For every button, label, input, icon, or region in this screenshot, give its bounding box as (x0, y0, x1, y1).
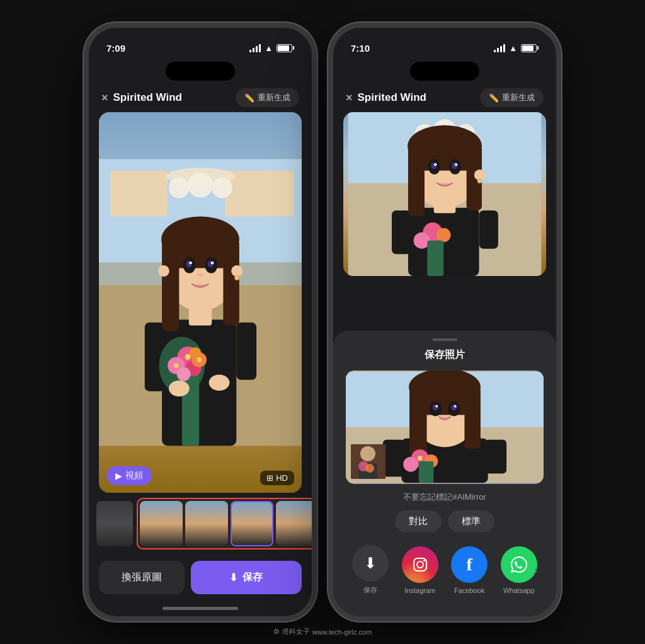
svg-point-93 (360, 446, 375, 461)
thumb-3-selected[interactable] (231, 501, 273, 546)
sheet-tag-text: 不要忘記標記#AIMirror (346, 492, 544, 503)
svg-rect-73 (383, 440, 404, 477)
hd-badge[interactable]: ⊞ HD (260, 471, 294, 485)
compare-btn-standard[interactable]: 標準 (448, 510, 494, 532)
page-title-left: Spirited Wind (113, 91, 182, 104)
edit-icon-left: ✏️ (244, 93, 254, 103)
thumb-4[interactable] (276, 501, 317, 546)
hd-icon: ⊞ (266, 473, 273, 483)
close-button-left[interactable]: × (101, 91, 108, 105)
svg-point-24 (197, 273, 203, 277)
whatsapp-icon (501, 546, 537, 583)
thumb-1[interactable] (140, 501, 183, 546)
svg-point-86 (454, 405, 457, 408)
status-bar-left: 7:09 ▲ (89, 28, 312, 59)
svg-point-36 (185, 354, 190, 360)
svg-point-91 (418, 456, 423, 461)
close-button-right[interactable]: × (346, 91, 353, 105)
phone-right: 7:10 ▲ × Spirited Wind ✏️ 重新生 (328, 23, 561, 621)
nav-bar-right: × Spirited Wind ✏️ 重新生成 (333, 81, 556, 112)
watermark: ⚙ 塔科女子 www.tech-girlz.com (273, 627, 372, 636)
share-whatsapp[interactable]: Whatsapp (501, 546, 537, 594)
main-image-left: ▶ 視頻 ⊞ HD (99, 112, 302, 493)
svg-point-8 (212, 178, 232, 198)
anime-artwork-right (343, 112, 546, 276)
swap-button[interactable]: 換張原圖 (99, 561, 185, 594)
svg-point-99 (423, 560, 425, 561)
share-instagram[interactable]: Instagram (402, 546, 438, 594)
thumb-2[interactable] (185, 501, 228, 546)
page-title-right: Spirited Wind (358, 91, 426, 104)
dynamic-island-left (166, 62, 235, 81)
facebook-icon: f (451, 546, 488, 583)
svg-point-96 (365, 464, 374, 473)
svg-rect-66 (427, 241, 443, 276)
more-arrow[interactable]: › (534, 563, 537, 577)
nav-title-left: × Spirited Wind (101, 91, 182, 105)
svg-point-25 (158, 265, 169, 277)
svg-point-33 (177, 367, 191, 381)
home-indicator-left (163, 607, 238, 610)
svg-point-22 (189, 262, 192, 265)
scene: 7:09 ▲ × Spirited Wind ✏️ 重新生 (0, 0, 645, 644)
instagram-icon (402, 546, 438, 583)
svg-point-40 (209, 375, 230, 391)
signal-icon (249, 44, 261, 52)
svg-point-38 (197, 357, 202, 362)
svg-rect-80 (419, 381, 473, 415)
svg-point-35 (190, 347, 201, 359)
svg-point-65 (437, 228, 451, 243)
sheet-handle[interactable] (432, 338, 457, 341)
download-icon-large: ⬇ (352, 545, 389, 582)
signal-icon-right (494, 44, 505, 52)
svg-point-60 (455, 163, 457, 166)
wifi-icon: ▲ (265, 43, 273, 53)
main-image-right (343, 112, 546, 276)
time-right: 7:10 (351, 43, 370, 54)
battery-icon (277, 44, 294, 52)
time-left: 7:09 (106, 43, 125, 54)
regen-button-left[interactable]: ✏️ 重新生成 (236, 88, 299, 107)
status-bar-right: 7:10 ▲ (333, 28, 556, 59)
save-button-left[interactable]: ⬇ 保存 (191, 561, 302, 594)
svg-point-6 (169, 178, 190, 198)
download-label: 保存 (363, 585, 377, 595)
facebook-label: Facebook (454, 587, 484, 594)
nav-title-right: × Spirited Wind (346, 91, 426, 105)
svg-rect-74 (485, 440, 506, 474)
svg-point-98 (417, 561, 423, 568)
share-facebook[interactable]: f Facebook (451, 546, 488, 594)
sheet-preview-image (346, 371, 544, 484)
watermark-gear-icon: ⚙ (273, 628, 280, 636)
phone-left: 7:09 ▲ × Spirited Wind ✏️ 重新生 (84, 23, 317, 621)
svg-point-85 (435, 405, 438, 408)
original-thumb[interactable] (96, 501, 133, 546)
anime-artwork-left: ▶ 視頻 ⊞ HD (99, 112, 302, 493)
sheet-title: 保存照片 (346, 348, 544, 362)
svg-point-26 (231, 265, 243, 277)
share-sheet: 保存照片 (333, 331, 556, 616)
svg-rect-48 (479, 210, 498, 249)
video-badge[interactable]: ▶ 視頻 (106, 466, 152, 485)
share-download[interactable]: ⬇ 保存 (352, 545, 389, 595)
status-icons-right: ▲ (494, 43, 539, 53)
thumb-group (137, 498, 317, 549)
svg-point-27 (235, 275, 239, 280)
wifi-icon-right: ▲ (509, 43, 517, 53)
instagram-label: Instagram (404, 587, 435, 594)
sheet-preview-original (351, 444, 385, 479)
bottom-buttons: 換張原圖 ⬇ 保存 (89, 555, 312, 607)
thumbnail-strip (89, 493, 312, 555)
regen-button-right[interactable]: ✏️ 重新生成 (480, 88, 544, 107)
svg-rect-11 (236, 323, 256, 380)
svg-rect-90 (419, 461, 434, 483)
svg-rect-3 (110, 171, 168, 217)
svg-point-39 (169, 381, 190, 396)
edit-icon-right: ✏️ (489, 93, 499, 103)
svg-point-62 (477, 179, 482, 183)
svg-point-37 (174, 363, 178, 367)
svg-rect-17 (173, 228, 231, 268)
svg-rect-47 (392, 210, 411, 254)
compare-btn-contrast[interactable]: 對比 (395, 510, 442, 532)
compare-buttons: 對比 標準 (346, 510, 544, 532)
